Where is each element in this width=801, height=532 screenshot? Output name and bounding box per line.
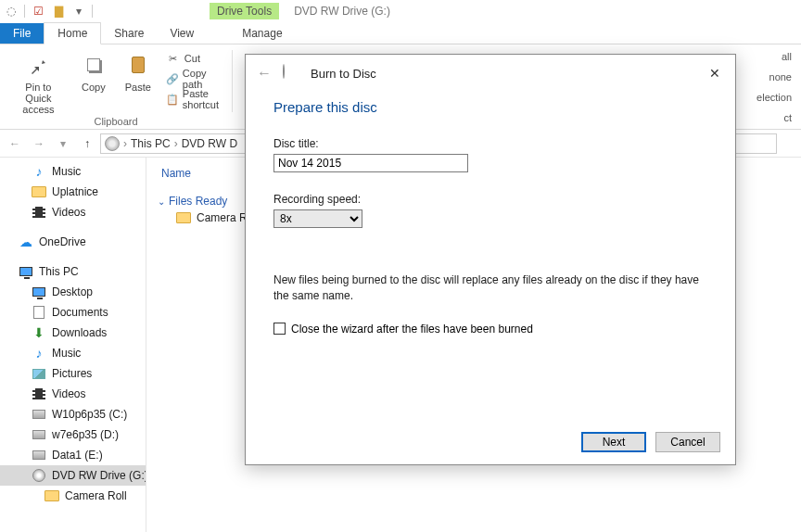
paste-button[interactable]: Paste xyxy=(118,48,159,95)
tab-file[interactable]: File xyxy=(0,23,44,44)
label: Videos xyxy=(52,387,85,400)
document-icon xyxy=(32,305,46,320)
cancel-button[interactable]: Cancel xyxy=(655,432,720,452)
invert-selection-button[interactable]: election xyxy=(753,87,795,108)
label: election xyxy=(756,92,792,103)
label: none xyxy=(769,71,792,82)
chevron-down-icon: ⌄ xyxy=(158,196,165,207)
tree-item-videos[interactable]: Videos xyxy=(0,202,146,222)
separator xyxy=(232,50,233,112)
back-arrow-icon[interactable]: ← xyxy=(257,65,272,82)
dialog-body: Prepare this disc Disc title: Recording … xyxy=(246,92,735,420)
paste-shortcut-icon: 📋 xyxy=(166,92,179,107)
chevron-right-icon[interactable]: › xyxy=(174,137,178,150)
tree-item-downloads[interactable]: ⬇Downloads xyxy=(0,323,146,343)
label: Videos xyxy=(52,206,85,219)
tab-share[interactable]: Share xyxy=(101,23,157,44)
tree-item-videos2[interactable]: Videos xyxy=(0,384,146,404)
copy-path-icon: 🔗 xyxy=(166,71,179,86)
video-icon xyxy=(32,205,46,220)
dvd-icon xyxy=(32,468,46,483)
tree-item-dvd[interactable]: DVD RW Drive (G:) xyxy=(0,465,146,486)
folder-icon xyxy=(176,212,191,223)
ribbon-tabs: File Home Share View Manage xyxy=(0,22,801,44)
copy-icon xyxy=(79,50,108,80)
label: Uplatnice xyxy=(52,185,98,198)
copy-path-button[interactable]: 🔗Copy path xyxy=(162,69,224,89)
ribbon-select-group: all none election ct xyxy=(753,44,795,128)
separator xyxy=(24,5,25,18)
tree-item-music[interactable]: ♪Music xyxy=(0,161,146,182)
copy-path-label: Copy path xyxy=(183,68,221,90)
back-button[interactable]: ← xyxy=(4,133,26,155)
label: Camera Roll xyxy=(65,489,127,502)
tree-item-thispc[interactable]: This PC xyxy=(0,261,146,282)
tree-item-onedrive[interactable]: ☁OneDrive xyxy=(0,232,146,252)
tree-item-disk-c[interactable]: W10p6p35 (C:) xyxy=(0,404,146,424)
forward-button[interactable]: → xyxy=(28,133,50,155)
new-folder-qat-icon[interactable]: ▇ xyxy=(51,4,66,19)
pictures-icon xyxy=(32,366,46,381)
breadcrumb-thispc[interactable]: This PC xyxy=(129,137,172,150)
pin-to-quick-access-button[interactable]: Pin to Quick access xyxy=(7,48,70,117)
qat-dropdown-icon[interactable]: ▾ xyxy=(71,4,86,19)
breadcrumb-drive[interactable]: DVD RW D xyxy=(180,137,239,150)
properties-qat-icon[interactable]: ☑ xyxy=(31,4,45,19)
dialog-buttons: Next Cancel xyxy=(246,420,735,464)
group-label: Clipboard xyxy=(0,116,232,127)
ribbon-group-clipboard: Pin to Quick access Copy Paste ✂Cut 🔗Cop… xyxy=(0,44,232,129)
copy-label: Copy xyxy=(82,82,106,93)
label: Desktop xyxy=(52,285,93,298)
label: W10p6p35 (C:) xyxy=(52,408,127,421)
chevron-right-icon[interactable]: › xyxy=(123,137,127,150)
close-wizard-row[interactable]: Close the wizard after the files have be… xyxy=(273,323,707,336)
cloud-icon: ☁ xyxy=(19,234,33,249)
replace-note: New files being burned to the disc will … xyxy=(273,272,707,304)
label: Downloads xyxy=(52,326,107,339)
nav-tree[interactable]: ♪Music Uplatnice Videos ☁OneDrive This P… xyxy=(0,158,146,532)
cut-button[interactable]: ✂Cut xyxy=(162,48,224,69)
tab-view[interactable]: View xyxy=(157,23,207,44)
hdd-icon xyxy=(32,427,46,442)
burn-dialog: ← Burn to Disc ✕ Prepare this disc Disc … xyxy=(245,54,736,465)
label: DVD RW Drive (G:) xyxy=(52,469,146,482)
music-icon: ♪ xyxy=(32,164,46,179)
tree-item-uplatnice[interactable]: Uplatnice xyxy=(0,182,146,202)
tab-manage[interactable]: Manage xyxy=(229,23,295,44)
tree-item-disk-d[interactable]: w7e6p35 (D:) xyxy=(0,424,146,445)
dialog-title: Burn to Disc xyxy=(311,67,376,81)
tree-item-desktop[interactable]: Desktop xyxy=(0,282,146,302)
pin-label: Pin to Quick access xyxy=(13,82,64,115)
disc-title-input[interactable] xyxy=(273,154,468,172)
close-wizard-checkbox[interactable] xyxy=(273,323,286,335)
tree-item-disk-e[interactable]: Data1 (E:) xyxy=(0,445,146,465)
tree-item-music2[interactable]: ♪Music xyxy=(0,343,146,363)
recording-speed-select[interactable]: 8x xyxy=(273,209,362,228)
label: w7e6p35 (D:) xyxy=(52,428,119,441)
scissors-icon: ✂ xyxy=(166,51,181,66)
tab-home[interactable]: Home xyxy=(44,22,101,44)
tree-item-documents[interactable]: Documents xyxy=(0,302,146,323)
close-button[interactable]: ✕ xyxy=(706,62,724,84)
recent-dropdown[interactable]: ▾ xyxy=(52,133,74,155)
paste-shortcut-button[interactable]: 📋Paste shortcut xyxy=(162,89,224,109)
select-none-button[interactable]: none xyxy=(753,67,795,87)
window-titlebar: ◌ ☑ ▇ ▾ Drive Tools DVD RW Drive (G:) xyxy=(0,0,801,22)
select-all-button[interactable]: all xyxy=(753,46,795,67)
select-group-label: ct xyxy=(753,108,795,128)
tree-item-pictures[interactable]: Pictures xyxy=(0,363,146,384)
folder-icon xyxy=(44,488,59,503)
download-icon: ⬇ xyxy=(32,325,46,340)
disk-icon xyxy=(105,136,120,151)
hdd-icon xyxy=(32,407,46,422)
tree-item-camera-roll[interactable]: Camera Roll xyxy=(0,486,146,506)
folder-icon xyxy=(32,184,46,199)
separator xyxy=(92,5,93,18)
next-button[interactable]: Next xyxy=(581,432,646,452)
label: Pictures xyxy=(52,367,92,380)
disc-title-label: Disc title: xyxy=(273,137,707,150)
music-icon: ♪ xyxy=(32,346,46,361)
burn-disc-icon xyxy=(283,65,299,82)
up-button[interactable]: ↑ xyxy=(76,133,98,155)
copy-button[interactable]: Copy xyxy=(73,48,114,95)
